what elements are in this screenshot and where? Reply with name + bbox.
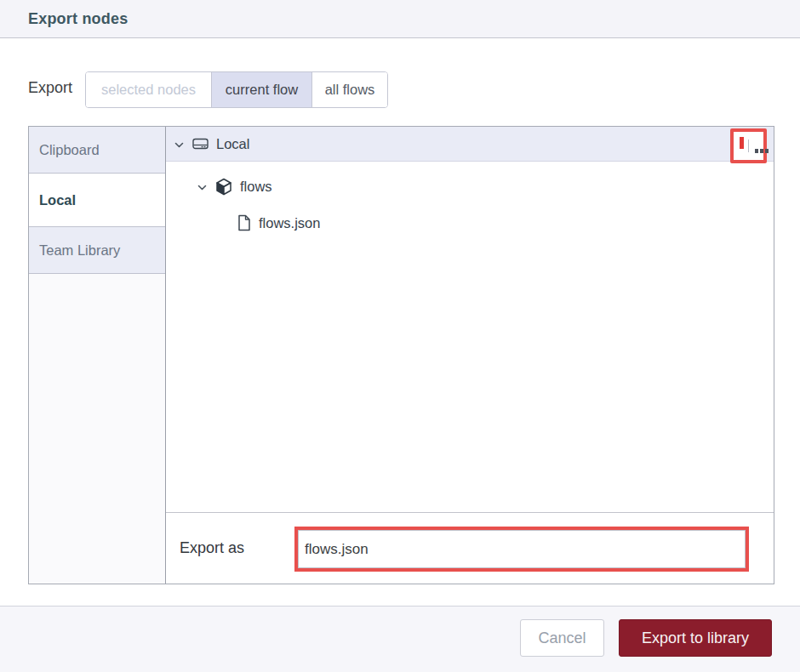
sidebar-item-label: Team Library (39, 242, 120, 259)
tree-row-local-root[interactable]: Local (166, 127, 774, 162)
cube-icon (215, 178, 232, 196)
library-menu-button[interactable] (730, 128, 767, 163)
sidebar-item-label: Clipboard (39, 142, 100, 158)
red-highlight-bar (740, 137, 744, 149)
export-nodes-dialog: Export nodes Export selected nodes curre… (0, 0, 800, 672)
chevron-down-icon[interactable] (174, 139, 185, 150)
scope-option-all-flows[interactable]: all flows (311, 72, 387, 107)
sidebar-item-label: Local (39, 192, 76, 208)
tree-row-flows-json[interactable]: flows.json (166, 209, 774, 236)
file-icon (237, 214, 251, 231)
page-title: Export nodes (28, 10, 128, 28)
ellipsis-menu-icon (748, 140, 749, 152)
export-scope-button-group: selected nodes current flow all flows (85, 71, 388, 108)
sidebar-filler (29, 274, 165, 584)
filename-field-highlight (294, 527, 749, 572)
library-sidebar: Clipboard Local Team Library (29, 127, 166, 584)
tree-row-label: flows (240, 179, 272, 195)
sidebar-item-team-library[interactable]: Team Library (29, 227, 165, 274)
hard-drive-icon (192, 137, 209, 151)
cancel-button[interactable]: Cancel (520, 619, 604, 657)
scope-option-selected-nodes[interactable]: selected nodes (86, 72, 211, 107)
sidebar-item-clipboard[interactable]: Clipboard (29, 127, 165, 174)
export-as-label: Export as (180, 539, 244, 557)
tree-row-flows[interactable]: flows (166, 173, 774, 200)
dialog-header: Export nodes (0, 0, 800, 38)
scope-option-current-flow[interactable]: current flow (211, 72, 311, 107)
library-tree-pane: Local (166, 127, 774, 584)
library-browser-panel: Clipboard Local Team Library (28, 126, 774, 584)
dialog-footer: Cancel Export to library (0, 606, 800, 672)
export-as-section: Export as (166, 512, 774, 584)
chevron-down-icon[interactable] (197, 181, 208, 192)
tree-row-label: Local (216, 136, 249, 152)
filename-input[interactable] (298, 530, 746, 568)
tree-body: flows flows.json (166, 162, 774, 512)
sidebar-item-local[interactable]: Local (29, 174, 165, 227)
export-scope-label: Export (28, 79, 72, 97)
tree-row-label: flows.json (259, 215, 320, 231)
export-to-library-button[interactable]: Export to library (619, 619, 772, 657)
